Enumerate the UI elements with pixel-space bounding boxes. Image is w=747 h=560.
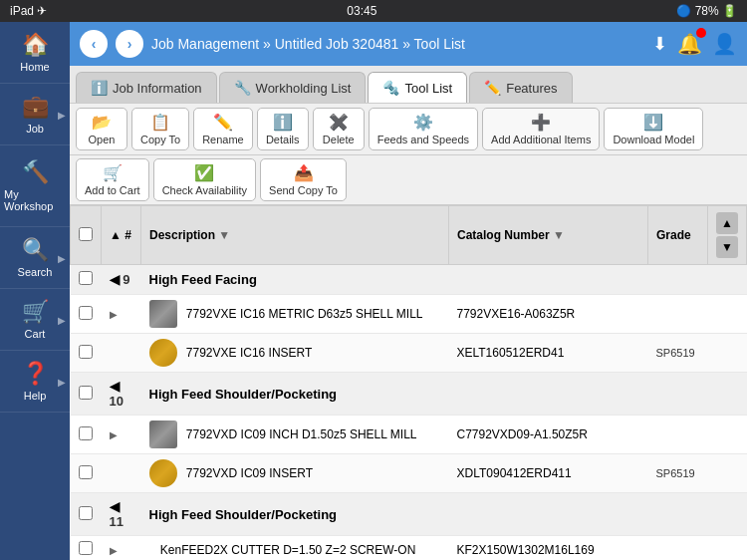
status-bar: iPad ✈ 03:45 🔵 78% 🔋	[0, 0, 747, 22]
tab-job-information[interactable]: ℹ️ Job Information	[76, 72, 217, 103]
expand-arrow-icon[interactable]: ▶	[110, 545, 118, 556]
open-button[interactable]: 📂 Open	[76, 108, 127, 150]
table-container[interactable]: ▲ # Description ▼ Catalog Number ▼	[70, 205, 747, 560]
tab-features[interactable]: ✏️ Features	[469, 72, 572, 103]
tab-workholding-label: Workholding List	[256, 81, 352, 96]
sidebar-item-home[interactable]: 🏠 Home	[0, 22, 70, 84]
expand-arrow-icon[interactable]: ▶	[110, 429, 118, 440]
download-model-label: Download Model	[613, 134, 694, 145]
row-grade-cell	[648, 295, 708, 334]
row-checkbox[interactable]	[79, 541, 93, 555]
row-checkbox[interactable]	[79, 426, 93, 440]
scroll-down-button[interactable]: ▼	[716, 236, 738, 258]
notification-icon-button[interactable]: 🔔	[677, 32, 702, 56]
status-right: 🔵 78% 🔋	[676, 4, 737, 18]
scroll-up-button[interactable]: ▲	[716, 212, 738, 234]
num-sort[interactable]: ▲ #	[110, 228, 131, 242]
search-icon: 🔍	[22, 237, 49, 263]
tool-description: 7792VXE IC16 METRIC D63z5 SHELL MILL	[186, 307, 423, 321]
row-checkbox[interactable]	[79, 465, 93, 479]
grade-value: SP6519	[656, 467, 695, 479]
row-spacer	[708, 416, 747, 454]
sidebar-item-help[interactable]: ❓ Help ▶	[0, 351, 70, 413]
sidebar-item-cart[interactable]: 🛒 Cart ▶	[0, 289, 70, 351]
add-additional-button[interactable]: ➕ Add Additional Items	[482, 108, 600, 150]
tool-description: 7792VXD IC09 INCH D1.50z5 SHELL MILL	[186, 427, 417, 441]
forward-button[interactable]: ›	[116, 30, 143, 58]
help-icon: ❓	[22, 361, 49, 387]
back-button[interactable]: ‹	[80, 30, 108, 58]
cart-arrow-icon: ▶	[58, 314, 66, 325]
send-copy-to-button[interactable]: 📤 Send Copy To	[260, 158, 347, 201]
group-checkbox[interactable]	[79, 506, 93, 520]
row-description-cell: 7792VXD IC09 INSERT	[141, 454, 449, 493]
select-all-checkbox[interactable]	[79, 227, 93, 241]
group-title: High Feed Facing	[149, 272, 257, 287]
col-header-catalog: Catalog Number ▼	[449, 206, 648, 265]
description-filter-icon[interactable]: ▼	[218, 228, 230, 242]
sidebar: 🏠 Home 💼 Job ▶ 🔨 My Workshop 🔍 Search ▶ …	[0, 22, 70, 560]
feeds-speeds-label: Feeds and Speeds	[377, 134, 469, 145]
group-title: High Feed Shoulder/Pocketing	[149, 507, 338, 522]
add-to-cart-button[interactable]: 🛒 Add to Cart	[76, 158, 149, 201]
tab-tool-list-label: Tool List	[404, 81, 452, 96]
tab-tool-list[interactable]: 🔩 Tool List	[368, 72, 467, 103]
expand-arrow-icon[interactable]: ▶	[110, 309, 118, 320]
check-availability-label: Check Availability	[162, 184, 247, 196]
row-catalog-cell: XELT160512ERD41	[449, 334, 648, 373]
group-expand-arrow[interactable]: ◀	[110, 499, 120, 514]
sidebar-item-job[interactable]: 💼 Job ▶	[0, 84, 70, 145]
group-checkbox[interactable]	[79, 386, 93, 400]
group-num-cell: ◀ 9	[102, 265, 141, 295]
catalog-filter-icon[interactable]: ▼	[553, 228, 565, 242]
group-num-cell: ◀ 11	[102, 493, 141, 536]
group-num-cell: ◀ 10	[102, 373, 141, 416]
group-expand-arrow[interactable]: ◀	[110, 272, 124, 287]
row-check-cell	[71, 295, 102, 334]
user-icon-button[interactable]: 👤	[712, 32, 737, 56]
description-col-label: Description	[149, 228, 215, 242]
main-content: ‹ › Job Management » Untitled Job 320481…	[70, 22, 747, 560]
features-tab-icon: ✏️	[484, 80, 501, 96]
table-row: ▶ KenFEED2X CUTTER D=1.50 Z=2 SCREW-ON K…	[71, 536, 747, 561]
feeds-speeds-button[interactable]: ⚙️ Feeds and Speeds	[369, 108, 478, 150]
row-catalog-cell: KF2X150W1302M16L169	[449, 536, 648, 561]
group-num: 11	[110, 514, 124, 529]
rename-label: Rename	[202, 134, 244, 145]
row-grade-cell: SP6519	[648, 454, 708, 493]
row-checkbox[interactable]	[79, 345, 93, 359]
row-checkbox[interactable]	[79, 306, 93, 320]
header-bar: ‹ › Job Management » Untitled Job 320481…	[70, 22, 747, 66]
send-copy-to-label: Send Copy To	[269, 184, 338, 196]
group-expand-arrow[interactable]: ◀	[110, 379, 120, 394]
group-title-cell: High Feed Shoulder/Pocketing	[141, 373, 708, 416]
tab-workholding-list[interactable]: 🔧 Workholding List	[219, 72, 367, 103]
group-check-cell	[71, 373, 102, 416]
battery-text: 78% 🔋	[695, 4, 737, 18]
add-additional-icon: ➕	[531, 113, 551, 132]
tool-list-tab-icon: 🔩	[382, 80, 399, 96]
sidebar-item-search[interactable]: 🔍 Search ▶	[0, 227, 70, 289]
row-description-cell: 7792VXD IC09 INCH D1.50z5 SHELL MILL	[141, 416, 449, 454]
job-icon: 💼	[22, 94, 49, 120]
group-spacer	[708, 493, 747, 536]
col-header-check	[71, 206, 102, 265]
download-icon-button[interactable]: ⬇	[652, 33, 667, 55]
sidebar-item-workshop[interactable]: 🔨 My Workshop	[0, 145, 70, 227]
group-checkbox[interactable]	[79, 271, 93, 285]
table-header-row: ▲ # Description ▼ Catalog Number ▼	[71, 206, 747, 265]
details-button[interactable]: ℹ️ Details	[257, 108, 309, 150]
toolbar-secondary: 🛒 Add to Cart ✅ Check Availability 📤 Sen…	[70, 155, 747, 205]
download-model-button[interactable]: ⬇️ Download Model	[604, 108, 703, 150]
check-availability-button[interactable]: ✅ Check Availability	[153, 158, 256, 201]
copy-to-button[interactable]: 📋 Copy To	[131, 108, 189, 150]
row-num-cell	[102, 334, 141, 373]
catalog-number: XELT160512ERD41	[457, 346, 565, 360]
group-check-cell	[71, 265, 102, 295]
sidebar-label-home: Home	[20, 61, 49, 73]
row-description-cell: KenFEED2X CUTTER D=1.50 Z=2 SCREW-ON	[141, 536, 449, 561]
group-title-cell: High Feed Shoulder/Pocketing	[141, 493, 708, 536]
rename-button[interactable]: ✏️ Rename	[193, 108, 253, 150]
delete-button[interactable]: ✖️ Delete	[313, 108, 365, 150]
copy-to-icon: 📋	[150, 113, 170, 132]
